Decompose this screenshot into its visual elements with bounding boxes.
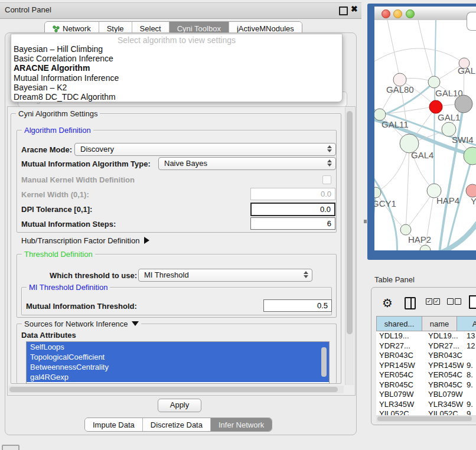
network-canvas[interactable]: GALGAL80GAL10GAL1GAL11SWI4GAL4GCY1HAP4YH…	[374, 20, 476, 250]
data-attributes-list[interactable]: SelfLoopsTopologicalCoefficientBetweenne…	[26, 341, 330, 384]
table-row[interactable]: YBR045CYBR045C9.	[376, 380, 476, 390]
float-panel-icon[interactable]	[339, 6, 348, 15]
network-graph: GALGAL80GAL10GAL1GAL11SWI4GAL4GCY1HAP4YH…	[374, 20, 476, 250]
manual-kernel-checkbox[interactable]	[322, 175, 331, 184]
manual-kernel-label: Manual Kernel Width Definition	[21, 175, 135, 184]
network-edge[interactable]	[406, 144, 409, 230]
table-row[interactable]: YER054CYER054C8.	[376, 370, 476, 380]
network-node-gal1[interactable]	[429, 100, 442, 113]
table-cell: YBL079W	[376, 390, 425, 400]
scrollbar-thumb[interactable]	[347, 111, 353, 334]
show-columns-icon[interactable]	[405, 297, 416, 309]
minimize-window-icon[interactable]	[393, 9, 402, 18]
minimized-panel-chip[interactable]	[2, 445, 19, 450]
node-label-hap2: HAP2	[408, 234, 431, 244]
algorithm-dropdown-prompt: Select algorithm to view settings	[11, 34, 342, 44]
close-panel-icon[interactable]: ✖	[351, 4, 358, 14]
network-node-y[interactable]	[466, 184, 476, 197]
table-cell: YDR27...	[376, 341, 425, 351]
stepper-icon	[327, 145, 332, 152]
network-node[interactable]	[464, 147, 476, 165]
control-panel-title: Control Panel	[5, 5, 51, 14]
table-row[interactable]: YBL079WYBL079W	[376, 390, 476, 400]
network-edge[interactable]	[442, 105, 455, 106]
network-edge[interactable]	[418, 20, 434, 82]
table-row[interactable]: YLR345WYLR345W9.	[376, 400, 476, 410]
table-row[interactable]: YBR043CYBR043C	[376, 351, 476, 361]
table-cell: YPR145W	[376, 361, 425, 371]
select-all-icon2[interactable]: ✓	[433, 298, 440, 305]
table-cell: 9.	[464, 380, 476, 390]
aracne-mode-combo[interactable]: Discovery	[74, 143, 336, 156]
network-edge[interactable]	[374, 172, 397, 250]
export-table-icon[interactable]	[469, 295, 476, 309]
tab-discretize-data[interactable]: Discretize Data	[143, 418, 211, 431]
network-node[interactable]	[455, 95, 472, 113]
chevron-right-icon	[144, 237, 149, 244]
column-header-a[interactable]: A	[457, 316, 476, 331]
table-cell: 13	[464, 331, 476, 341]
apply-button[interactable]: Apply	[158, 399, 201, 412]
deselect-all-icon2[interactable]	[455, 298, 461, 305]
scrollbar-thumb[interactable]	[377, 416, 472, 421]
kernel-width-field[interactable]: 0.0	[250, 188, 335, 200]
network-icon	[53, 25, 60, 32]
settings-vertical-scrollbar[interactable]	[345, 107, 354, 385]
network-node-gal10[interactable]	[428, 76, 440, 88]
list-scrollbar-thumb[interactable]	[321, 347, 327, 377]
algorithm-option-bayesian-hill-climbing[interactable]: Bayesian – Hill Climbing	[11, 44, 342, 54]
network-edge[interactable]	[387, 20, 400, 80]
tab-impute-data[interactable]: Impute Data	[85, 418, 143, 431]
column-header-shared-[interactable]: shared...	[376, 316, 422, 331]
mi-threshold-field[interactable]: 0.5	[263, 299, 332, 312]
table-row[interactable]: YIL052CYIL052C9	[376, 409, 476, 415]
zoom-window-icon[interactable]	[406, 9, 415, 18]
network-edge[interactable]	[374, 48, 459, 61]
algorithm-option-mutual-information-inference[interactable]: Mutual Information Inference	[11, 73, 342, 83]
table-horizontal-scrollbar[interactable]	[376, 415, 476, 422]
splitter-handle[interactable]	[364, 220, 367, 223]
which-threshold-combo[interactable]: MI Threshold	[138, 269, 312, 282]
network-node-hap2[interactable]	[400, 224, 411, 235]
tab-label: Discretize Data	[151, 420, 203, 429]
table-cell: YLR345W	[376, 400, 425, 410]
dpi-tolerance-field[interactable]: 0.0	[250, 203, 335, 216]
table-row[interactable]: YDR27...YDR27...12	[376, 341, 476, 351]
bottom-tab-bar: Impute DataDiscretize DataInfer Network	[84, 418, 272, 432]
mi-steps-field[interactable]: 6	[250, 217, 335, 230]
table-row[interactable]: YPR145WYPR145W9.	[376, 361, 476, 371]
tab-label: Style	[107, 24, 124, 33]
table-cell: YIL052C	[425, 409, 464, 415]
hub-definition-toggle[interactable]: Hub/Transcription Factor Definition	[21, 236, 149, 245]
sources-title: Sources for Network Inference	[24, 319, 128, 328]
algorithm-option-aracne-algorithm[interactable]: ARACNE Algorithm	[11, 63, 342, 73]
table-cell: 8.	[464, 370, 476, 380]
select-all-icon[interactable]: ✓	[426, 298, 432, 305]
settings-horizontal-scrollbar[interactable]	[8, 386, 344, 393]
mi-type-combo[interactable]: Naive Bayes	[158, 157, 336, 170]
scrollbar-thumb[interactable]	[9, 387, 338, 392]
algorithm-option-basic-correlation-inference[interactable]: Basic Correlation Inference	[11, 54, 342, 63]
tab-label: Cyni Toolbox	[177, 24, 221, 33]
table-cell	[464, 351, 476, 361]
sources-toggle[interactable]: Sources for Network Inference	[22, 319, 141, 328]
attribute-item-betweennesscentrality[interactable]: BetweennessCentrality	[27, 362, 329, 372]
deselect-all-icon[interactable]	[447, 298, 454, 305]
gear-icon[interactable]: ⚙	[382, 296, 393, 310]
table-cell: 9.	[464, 361, 476, 371]
attribute-item-topologicalcoefficient[interactable]: TopologicalCoefficient	[27, 352, 329, 362]
table-row[interactable]: YDL19...YDL19...13	[376, 331, 476, 341]
algorithm-option-bayesian-k2[interactable]: Bayesian – K2	[11, 83, 342, 92]
network-edge[interactable]	[424, 216, 476, 250]
algorithm-option-dream8-dc-tdc-algorithm[interactable]: Dream8 DC_TDC Algorithm	[11, 92, 342, 102]
column-header-name[interactable]: name	[422, 316, 457, 331]
group-title: MI Threshold Definition	[27, 283, 110, 292]
mi-type-label: Mutual Information Algorithm Type:	[21, 159, 151, 168]
table-cell	[464, 390, 476, 400]
attribute-item-selfloops[interactable]: SelfLoops	[27, 342, 329, 352]
tab-infer-network[interactable]: Infer Network	[211, 418, 272, 431]
attribute-item-gal4rgexp[interactable]: gal4RGexp	[27, 372, 329, 382]
network-node-gal11[interactable]	[374, 109, 386, 120]
network-window-titlebar[interactable]	[374, 6, 476, 21]
close-window-icon[interactable]	[382, 9, 390, 18]
